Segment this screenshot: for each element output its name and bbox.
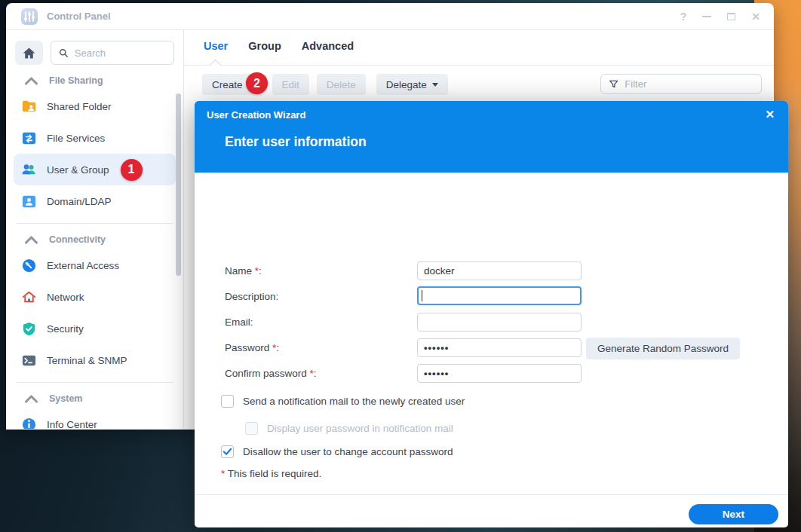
- sidebar-item-shared-folder[interactable]: Shared Folder: [6, 90, 183, 122]
- email-field[interactable]: [417, 313, 582, 332]
- user-creation-wizard-dialog: User Creation Wizard ✕ Enter user inform…: [195, 101, 788, 527]
- edit-button[interactable]: Edit: [272, 74, 309, 95]
- sidebar-item-terminal-snmp[interactable]: Terminal & SNMP: [6, 344, 183, 376]
- checkbox-disabled-icon: [245, 422, 258, 435]
- text-cursor: [422, 290, 422, 301]
- sidebar-item-info-center[interactable]: Info Center: [6, 408, 183, 429]
- wizard-step-title: Enter user information: [225, 134, 367, 150]
- section-system[interactable]: System: [6, 389, 183, 408]
- divider: [17, 223, 173, 224]
- generate-random-password-button[interactable]: Generate Random Password: [586, 338, 740, 359]
- sidebar-nav: File Sharing Shared Folder File Services: [6, 71, 183, 429]
- password-field[interactable]: [417, 338, 582, 357]
- wizard-footer: Next: [195, 494, 788, 527]
- info-center-icon: [21, 417, 37, 430]
- home-button[interactable]: [15, 41, 43, 65]
- description-label: Description:: [225, 287, 278, 307]
- filter-funnel-icon: [609, 78, 618, 90]
- tab-bar: User Group Advanced: [204, 40, 354, 52]
- email-label: Email:: [225, 313, 253, 332]
- search-icon: [59, 47, 69, 59]
- shared-folder-icon: [21, 99, 37, 115]
- next-button[interactable]: Next: [689, 504, 778, 524]
- domain-ldap-icon: [21, 194, 37, 209]
- minimize-icon[interactable]: [702, 16, 711, 17]
- sidebar-item-external-access[interactable]: External Access: [6, 249, 183, 281]
- chevron-up-icon: [23, 232, 39, 248]
- filter-input[interactable]: [625, 78, 753, 90]
- name-label: Name *:: [225, 261, 262, 281]
- dropdown-caret-icon: [432, 83, 438, 87]
- section-connectivity[interactable]: Connectivity: [6, 230, 183, 249]
- toolbar: Create 2 Edit Delete Delegate: [202, 74, 448, 95]
- chevron-up-icon: [23, 73, 39, 89]
- close-icon[interactable]: ✕: [765, 108, 775, 121]
- user-group-icon: [21, 162, 37, 178]
- sidebar: File Sharing Shared Folder File Services: [6, 30, 184, 429]
- name-field[interactable]: [417, 261, 582, 280]
- external-access-icon: [21, 258, 37, 274]
- disallow-password-change-checkbox[interactable]: Disallow the user to change account pass…: [221, 445, 453, 458]
- sidebar-item-network[interactable]: Network: [6, 281, 183, 313]
- checkbox-unchecked-icon[interactable]: [221, 395, 234, 408]
- password-label: Password *:: [225, 338, 279, 358]
- filter-search[interactable]: [600, 74, 762, 94]
- titlebar[interactable]: Control Panel ? ✕: [6, 3, 774, 30]
- search-input[interactable]: [75, 47, 166, 59]
- window-title: Control Panel: [47, 11, 111, 22]
- terminal-icon: [21, 353, 37, 368]
- maximize-icon[interactable]: [727, 13, 735, 20]
- divider: [184, 65, 774, 66]
- tab-advanced[interactable]: Advanced: [302, 40, 354, 52]
- sidebar-item-user-group[interactable]: User & Group 1: [14, 154, 176, 185]
- sidebar-item-file-services[interactable]: File Services: [6, 122, 183, 154]
- display-password-checkbox[interactable]: Display user password in notification ma…: [245, 421, 453, 435]
- close-icon[interactable]: ✕: [751, 11, 760, 22]
- file-services-icon: [21, 130, 37, 146]
- delete-button[interactable]: Delete: [317, 74, 366, 95]
- wizard-body: Name *: Description: Email: Password *: …: [195, 173, 788, 494]
- sidebar-item-security[interactable]: Security: [6, 313, 183, 344]
- tab-group[interactable]: Group: [248, 40, 281, 52]
- tab-user[interactable]: User: [204, 40, 228, 52]
- section-file-sharing[interactable]: File Sharing: [6, 71, 183, 90]
- confirm-password-field[interactable]: [417, 364, 582, 383]
- home-icon: [21, 45, 37, 61]
- send-notification-checkbox[interactable]: Send a notification mail to the newly cr…: [221, 394, 465, 408]
- wizard-header: User Creation Wizard ✕ Enter user inform…: [195, 101, 788, 173]
- delegate-button[interactable]: Delegate: [376, 74, 448, 95]
- control-panel-icon: [21, 8, 38, 25]
- checkbox-checked-icon[interactable]: [221, 445, 234, 458]
- help-icon[interactable]: ?: [680, 11, 687, 22]
- network-icon: [21, 289, 37, 305]
- sidebar-scrollbar[interactable]: [176, 93, 181, 276]
- status-badge: 2: [246, 72, 268, 94]
- security-shield-icon: [21, 321, 37, 337]
- wizard-title: User Creation Wizard: [207, 109, 305, 121]
- required-field-note: * This field is required.: [221, 468, 321, 479]
- active-tab-notch: [210, 60, 222, 72]
- create-button[interactable]: Create: [202, 74, 253, 95]
- chevron-up-icon: [23, 391, 39, 407]
- sidebar-item-domain-ldap[interactable]: Domain/LDAP: [6, 185, 183, 217]
- confirm-password-label: Confirm password *:: [225, 364, 317, 384]
- status-badge: 1: [121, 159, 143, 181]
- divider: [17, 382, 173, 383]
- description-field[interactable]: [417, 286, 582, 305]
- sidebar-search[interactable]: [51, 41, 174, 65]
